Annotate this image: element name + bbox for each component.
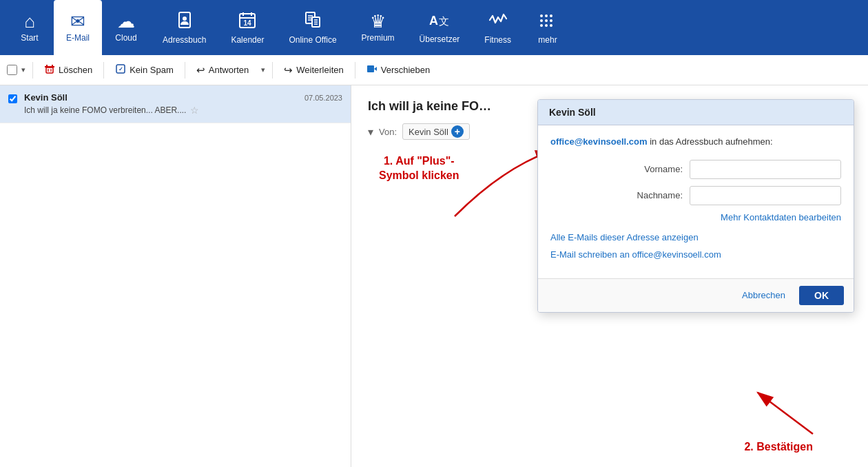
svg-point-22 (550, 19, 552, 22)
vorname-input[interactable] (690, 160, 841, 179)
svg-point-18 (545, 14, 548, 17)
email-content: Ich will ja keine FO… ▾ Von: Kevin Söll … (351, 85, 868, 467)
popup-header: Kevin Söll (538, 100, 854, 125)
popup-footer: Abbrechen OK (538, 278, 854, 312)
nav-premium[interactable]: ♛ Premium (349, 0, 407, 55)
svg-rect-26 (46, 65, 48, 66)
addressbook-icon (175, 10, 194, 32)
email-list-item[interactable]: Kevin Söll 07.05.2023 Ich will ja keine … (0, 85, 351, 123)
vorname-row: Vorname: (550, 160, 841, 179)
cancel-button[interactable]: Abbrechen (734, 286, 794, 304)
delete-button[interactable]: Löschen (37, 60, 99, 80)
popup-dialog: Kevin Söll office@kevinsoell.com in das … (537, 99, 854, 313)
svg-point-21 (545, 19, 548, 22)
write-email-link[interactable]: E-Mail schreiben an office@kevinsoell.co… (550, 248, 841, 262)
nav-adressbuch[interactable]: Adressbuch (150, 0, 218, 55)
move-button[interactable]: Verschieben (360, 60, 437, 80)
email-sender: Kevin Söll (24, 92, 68, 103)
svg-point-25 (550, 24, 552, 27)
svg-point-23 (540, 24, 543, 27)
popup-links: Alle E-Mails dieser Adresse anzeigen E-M… (550, 231, 841, 262)
svg-text:文: 文 (439, 15, 449, 27)
main-layout: Kevin Söll 07.05.2023 Ich will ja keine … (0, 85, 868, 467)
top-navigation: ⌂ Start ✉ E-Mail ☁ Cloud Adressbuch 14 K… (0, 0, 868, 55)
popup-body: office@kevinsoell.com in das Adressbuch … (538, 125, 854, 278)
nav-mehr[interactable]: mehr (524, 0, 572, 55)
nav-kalender[interactable]: 14 Kalender (218, 0, 276, 55)
more-contact-link[interactable]: Mehr Kontaktdaten bearbeiten (721, 212, 841, 222)
svg-point-17 (540, 14, 543, 17)
nav-email[interactable]: ✉ E-Mail (54, 0, 102, 55)
svg-point-20 (540, 19, 543, 22)
select-all-checkbox[interactable] (7, 65, 17, 75)
svg-point-1 (183, 17, 187, 21)
star-icon[interactable]: ☆ (190, 105, 199, 116)
svg-point-24 (545, 24, 548, 27)
delete-label: Löschen (59, 65, 92, 75)
popup-email-text: office@kevinsoell.com (550, 136, 648, 147)
email-list: Kevin Söll 07.05.2023 Ich will ja keine … (0, 85, 351, 467)
nav-online-office[interactable]: Online Office (276, 0, 349, 55)
nachname-label: Nachname: (621, 190, 683, 200)
svg-rect-34 (367, 65, 374, 72)
sep3 (185, 62, 185, 79)
reply-button[interactable]: ↩ Antworten (189, 61, 256, 80)
fitness-icon (488, 10, 508, 32)
svg-point-19 (550, 14, 552, 17)
more-icon (538, 10, 557, 32)
svg-text:✓: ✓ (118, 66, 123, 72)
email-date: 07.05.2023 (304, 94, 342, 102)
nav-premium-label: Premium (362, 33, 395, 43)
vorname-label: Vorname: (621, 164, 683, 174)
show-all-emails-link[interactable]: Alle E-Mails dieser Adresse anzeigen (550, 231, 841, 245)
nav-email-label: E-Mail (66, 33, 90, 43)
email-toolbar: ▾ Löschen ✓ Kein Spam ↩ Antworten ▾ ↪ We… (0, 55, 868, 85)
reply-dropdown-btn[interactable]: ▾ (258, 62, 268, 78)
nav-start[interactable]: ⌂ Start (6, 0, 54, 55)
annotation2-text: 2. Bestätigen (716, 441, 813, 453)
translate-icon: A文 (429, 11, 450, 32)
svg-marker-35 (374, 67, 377, 71)
cloud-icon: ☁ (117, 12, 135, 30)
email-icon: ✉ (70, 12, 85, 30)
svg-text:A: A (429, 14, 438, 28)
nav-cloud[interactable]: ☁ Cloud (102, 0, 150, 55)
forward-label: Weiterleiten (296, 65, 343, 75)
nav-cloud-label: Cloud (115, 33, 136, 43)
email-preview-text: Ich will ja keine FOMO verbreiten... ABE… (24, 105, 186, 115)
home-icon: ⌂ (24, 12, 35, 30)
nospam-button[interactable]: ✓ Kein Spam (108, 60, 180, 80)
nospam-icon: ✓ (115, 63, 126, 76)
forward-button[interactable]: ↪ Weiterleiten (277, 61, 350, 80)
nachname-input[interactable] (690, 186, 841, 205)
sep2 (103, 62, 104, 79)
email-item-checkbox[interactable] (8, 94, 17, 103)
forward-icon: ↪ (284, 64, 293, 76)
office-icon (303, 10, 322, 32)
nospam-label: Kein Spam (130, 65, 174, 75)
nav-uebersetzer[interactable]: A文 Übersetzer (407, 0, 473, 55)
select-dropdown-btn[interactable]: ▾ (19, 62, 28, 78)
email-item-content: Kevin Söll 07.05.2023 Ich will ja keine … (24, 92, 342, 116)
svg-rect-29 (46, 68, 53, 73)
reply-label: Antworten (209, 65, 249, 75)
move-icon (366, 63, 378, 76)
move-label: Verschieben (381, 65, 431, 75)
annotation2-area: 2. Bestätigen (716, 386, 827, 453)
nav-kalender-label: Kalender (231, 35, 264, 45)
ok-button[interactable]: OK (799, 286, 844, 305)
nav-mehr-label: mehr (538, 35, 557, 45)
nav-fitness[interactable]: Fitness (472, 0, 524, 55)
sep5 (355, 62, 355, 79)
nav-adressbuch-label: Adressbuch (163, 35, 206, 45)
nachname-row: Nachname: (550, 186, 841, 205)
calendar-icon: 14 (238, 10, 257, 32)
nav-uebersetzer-label: Übersetzer (420, 34, 460, 44)
svg-rect-27 (52, 65, 53, 66)
sep1 (32, 62, 33, 79)
annotation2-arrow (716, 386, 827, 441)
svg-text:14: 14 (244, 19, 252, 27)
premium-icon: ♛ (370, 12, 386, 30)
delete-icon (44, 63, 55, 76)
nav-fitness-label: Fitness (484, 35, 511, 45)
